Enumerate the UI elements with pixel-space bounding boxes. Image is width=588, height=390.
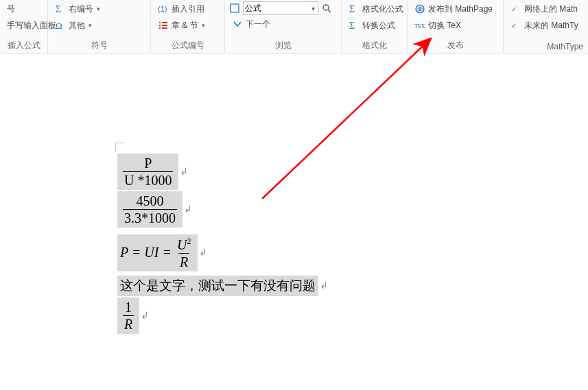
handwriting-panel-button[interactable]: 手写输入面板	[4, 18, 43, 33]
equation-line-2[interactable]: 4500 3.3*1000 ↲	[117, 191, 328, 228]
svg-rect-9	[231, 4, 239, 12]
sigma-icon: Σ	[349, 3, 360, 14]
eq-prefix: P = UI =	[120, 245, 172, 260]
ribbon-group-mathtype: ✓ 网络上的 Math ✓ 未来的 MathTy MathType	[504, 0, 587, 53]
reference-icon: (1)	[158, 3, 169, 14]
svg-text:Σ: Σ	[349, 21, 355, 31]
insert-reference-button[interactable]: (1) 插入引用	[155, 1, 220, 16]
svg-line-11	[328, 10, 331, 12]
next-button[interactable]: 下一个	[229, 16, 337, 32]
fraction-den: R	[178, 253, 189, 269]
btn-label: 其他	[69, 20, 85, 32]
ribbon-group-insert: 号 手写输入面板 插入公式	[0, 0, 48, 53]
fraction-num: 1	[124, 300, 133, 315]
globe-icon	[414, 3, 425, 14]
right-number-button[interactable]: Σ 右编号 ▾	[52, 1, 146, 16]
svg-text:TEX: TEX	[414, 23, 425, 29]
fraction-2: 4500 3.3*1000	[120, 193, 180, 226]
combo-text: 公式	[245, 3, 310, 14]
svg-text:✓: ✓	[511, 5, 517, 13]
browse-icon	[229, 3, 240, 14]
btn-label: 章 & 节	[172, 20, 198, 32]
svg-text:(1): (1)	[158, 5, 167, 13]
dropdown-caret-icon: ▾	[97, 5, 100, 12]
btn-label: 发布到 MathPage	[428, 3, 493, 15]
list-icon	[158, 20, 169, 31]
btn-label: 插入引用	[172, 3, 204, 15]
other-symbol-button[interactable]: Ω 其他 ▾	[52, 18, 146, 33]
svg-text:Σ: Σ	[349, 4, 355, 14]
toggle-tex-button[interactable]: TEX 切换 TeX	[412, 18, 499, 33]
ribbon-group-eqnum: (1) 插入引用 章 & 节 ▾ 公式编号	[151, 0, 225, 53]
svg-text:Σ: Σ	[56, 4, 61, 14]
fraction-num: 4500	[135, 194, 165, 209]
fraction-num: P	[143, 156, 153, 171]
fraction-den: 3.3*1000	[123, 209, 177, 225]
btn-label: 号	[7, 3, 15, 15]
group-label: 插入公式	[4, 37, 43, 51]
convert-equation-button[interactable]: Σ 转换公式	[346, 18, 403, 33]
ribbon-group-symbol: Σ 右编号 ▾ Ω 其他 ▾ 符号	[48, 0, 151, 53]
number-button[interactable]: 号	[4, 1, 43, 16]
future-icon: ✓	[510, 20, 521, 31]
ribbon-toolbar: 号 手写输入面板 插入公式 Σ 右编号 ▾ Ω 其他 ▾	[0, 0, 588, 53]
svg-rect-3	[159, 22, 161, 23]
fraction-3: U2 R	[173, 236, 195, 270]
paragraph-mark-icon: ↲	[180, 166, 188, 178]
fraction-den: U *1000	[123, 171, 173, 187]
svg-rect-6	[162, 25, 167, 26]
equation-line-4[interactable]: 1 R ↲	[117, 297, 328, 334]
paragraph-mark-icon: ↲	[199, 247, 207, 258]
svg-text:Ω: Ω	[56, 21, 62, 31]
svg-rect-8	[162, 27, 167, 29]
btn-label: 未来的 MathTy	[524, 20, 578, 32]
search-icon[interactable]	[321, 3, 332, 14]
dropdown-caret-icon: ▾	[310, 5, 316, 12]
paragraph-mark-icon: ↲	[141, 310, 149, 321]
equation-combo[interactable]: 公式 ▾	[243, 1, 318, 15]
btn-label: 网络上的 Math	[524, 3, 578, 15]
group-label: 符号	[52, 37, 146, 51]
future-mathtype-button[interactable]: ✓ 未来的 MathTy	[508, 18, 583, 33]
svg-text:✓: ✓	[511, 22, 517, 29]
document-page[interactable]: P U *1000 ↲ 4500 3.3*1000 ↲	[0, 60, 588, 390]
text-line[interactable]: 这个是文字，测试一下有没有问题 ↲	[117, 276, 328, 296]
margin-corner-marker	[115, 143, 125, 152]
format-equation-button[interactable]: Σ 格式化公式	[346, 1, 403, 16]
equation-line-1[interactable]: P U *1000 ↲	[117, 154, 328, 190]
group-label: 浏览	[229, 37, 337, 51]
svg-rect-4	[162, 22, 167, 23]
ribbon-group-browse: 公式 ▾ 下一个 浏览	[225, 0, 342, 53]
web-icon: ✓	[510, 3, 521, 14]
text-content: 这个是文字，测试一下有没有问题	[117, 276, 318, 296]
btn-label: 转换公式	[362, 20, 395, 32]
chapter-section-button[interactable]: 章 & 节 ▾	[155, 18, 220, 33]
document-area: P U *1000 ↲ 4500 3.3*1000 ↲	[0, 53, 588, 390]
ribbon-group-format: Σ 格式化公式 Σ 转换公式 格式化	[342, 0, 408, 53]
convert-icon: Σ	[349, 20, 360, 31]
omega-icon: Ω	[55, 20, 66, 31]
btn-label: 下一个	[246, 19, 270, 30]
equation-line-3[interactable]: P = UI = U2 R ↲	[117, 234, 328, 271]
group-label: MathType	[508, 39, 583, 51]
btn-label: 格式化公式	[362, 3, 403, 15]
svg-point-10	[323, 5, 329, 10]
fraction-1: P U *1000	[120, 155, 176, 188]
btn-label: 右编号	[69, 3, 93, 15]
group-label: 发布	[412, 37, 499, 51]
fraction-den: R	[123, 315, 134, 331]
btn-label: 切换 TeX	[428, 20, 461, 32]
svg-rect-7	[159, 27, 161, 29]
sigma-icon: Σ	[55, 3, 66, 14]
publish-mathpage-button[interactable]: 发布到 MathPage	[412, 1, 499, 16]
document-content: P U *1000 ↲ 4500 3.3*1000 ↲	[117, 154, 328, 335]
paragraph-mark-icon: ↲	[320, 280, 328, 291]
equation-pui: P = UI = U2 R	[120, 236, 195, 270]
dropdown-caret-icon: ▾	[89, 22, 92, 29]
dropdown-caret-icon: ▾	[202, 22, 205, 29]
web-math-button[interactable]: ✓ 网络上的 Math	[508, 1, 583, 16]
group-label: 格式化	[346, 37, 403, 51]
paragraph-mark-icon: ↲	[184, 204, 192, 215]
group-label: 公式编号	[155, 37, 220, 51]
arrow-down-icon	[232, 19, 243, 29]
